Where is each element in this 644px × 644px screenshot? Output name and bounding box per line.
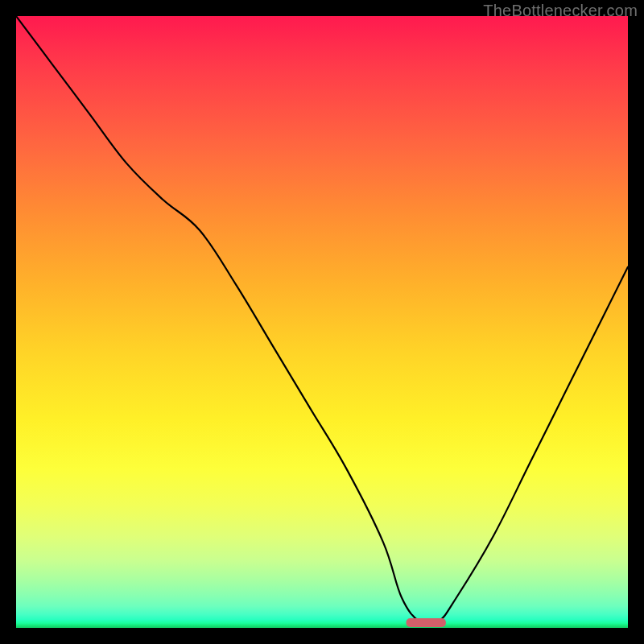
curve-layer — [16, 16, 628, 628]
chart-frame: TheBottlenecker.com — [0, 0, 644, 644]
bottleneck-curve — [16, 16, 628, 625]
optimal-marker — [407, 618, 446, 627]
plot-area — [16, 16, 628, 628]
watermark-text: TheBottlenecker.com — [483, 2, 638, 20]
